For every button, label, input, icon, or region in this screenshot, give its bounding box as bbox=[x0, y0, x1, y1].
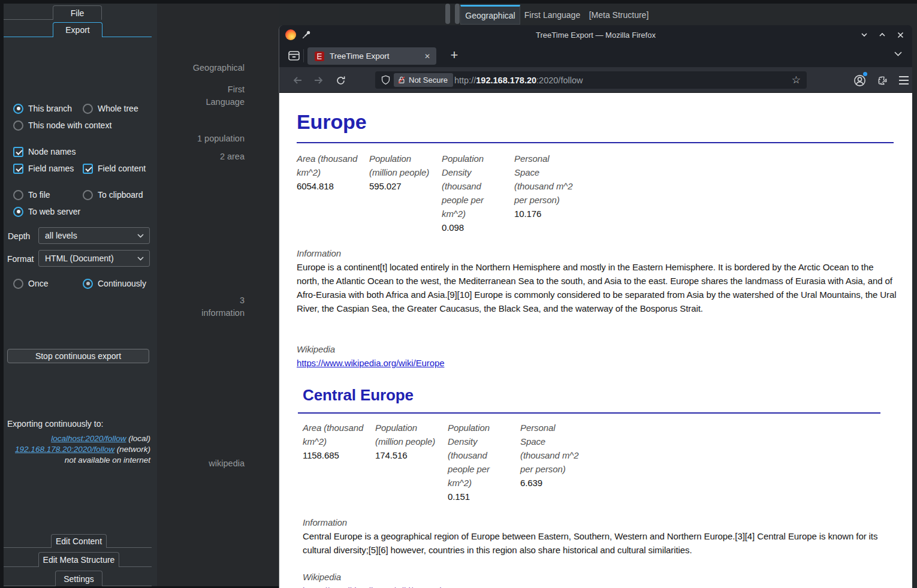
tab-close-button[interactable]: ✕ bbox=[424, 52, 430, 61]
local-follow-link[interactable]: localhost:2020/follow bbox=[51, 434, 126, 443]
page-content: Europe Area (thousand km^2) 6054.818 Pop… bbox=[279, 93, 912, 588]
splitter-grip[interactable] bbox=[445, 4, 450, 24]
radio-this-branch-label: This branch bbox=[28, 104, 72, 113]
tree-field-information-line2: information bbox=[201, 307, 245, 319]
checkbox-field-names[interactable] bbox=[13, 164, 23, 174]
not-secure-label: Not Secure bbox=[409, 76, 448, 85]
field-label: Area (thousand km^2) bbox=[297, 152, 358, 179]
tab-settings[interactable]: Settings bbox=[55, 571, 102, 586]
field-value: 0.151 bbox=[448, 490, 509, 503]
tree-tab-meta-structure[interactable]: [Meta Structure] bbox=[584, 5, 653, 25]
field-personal-space: Personal Space (thousand m^2 per person)… bbox=[514, 152, 587, 234]
radio-to-file-label: To file bbox=[28, 190, 50, 200]
edit-meta-tabline-right bbox=[119, 566, 152, 567]
chevron-down-icon bbox=[137, 257, 144, 261]
firefox-tabstrip: TreeTime Export ✕ + bbox=[279, 44, 912, 67]
tab-edit-content[interactable]: Edit Content bbox=[51, 534, 107, 548]
checkbox-field-names-label: Field names bbox=[28, 164, 74, 173]
radio-this-branch[interactable] bbox=[13, 104, 23, 114]
splitter-grip[interactable] bbox=[455, 4, 460, 24]
puzzle-icon bbox=[877, 75, 888, 86]
radio-to-file[interactable] bbox=[13, 190, 23, 200]
wikipedia-label: Wikipedia bbox=[297, 342, 912, 356]
field-label: Population Density (thousand people per … bbox=[448, 421, 509, 490]
exporting-to-label: Exporting continuously to: bbox=[7, 419, 103, 429]
radio-whole-tree[interactable] bbox=[83, 104, 93, 114]
tree-field-information: 3 information bbox=[201, 294, 245, 319]
section-rule bbox=[297, 142, 894, 143]
tab-file[interactable]: File bbox=[53, 5, 102, 20]
menu-button[interactable] bbox=[897, 73, 911, 88]
radio-to-web-server-label: To web server bbox=[28, 207, 80, 216]
field-area: Area (thousand km^2) 1158.685 bbox=[303, 421, 375, 503]
field-population-density: Population Density (thousand people per … bbox=[442, 152, 514, 234]
url-host: 192.168.178.20 bbox=[476, 76, 536, 85]
tab-settings-label: Settings bbox=[64, 574, 94, 584]
maximize-button[interactable] bbox=[876, 29, 888, 41]
section-title: Europe bbox=[297, 110, 912, 134]
radio-node-with-context[interactable] bbox=[13, 120, 23, 131]
tree-tab-first-language-label: First Language bbox=[524, 10, 580, 20]
checkbox-field-content[interactable] bbox=[83, 164, 93, 174]
tab-edit-meta-structure[interactable]: Edit Meta Structure bbox=[38, 552, 119, 567]
radio-to-clipboard-label: To clipboard bbox=[98, 190, 143, 200]
url-bar[interactable]: Not Secure http://192.168.178.20:2020/fo… bbox=[375, 71, 807, 89]
treetime-favicon bbox=[315, 52, 324, 61]
tree-node-geographical[interactable]: Geographical bbox=[193, 62, 245, 74]
tab-export[interactable]: Export bbox=[53, 22, 102, 37]
format-select[interactable]: HTML (Document) bbox=[38, 250, 150, 267]
not-secure-chip[interactable]: Not Secure bbox=[394, 73, 453, 87]
tree-field-information-line1: 3 bbox=[201, 294, 245, 307]
tree-tab-first-language[interactable]: First Language bbox=[520, 5, 584, 25]
checkbox-node-names[interactable] bbox=[13, 147, 23, 157]
firefox-titlebar[interactable]: TreeTime Export — Mozilla Firefox bbox=[279, 25, 912, 44]
bookmark-star-icon[interactable]: ☆ bbox=[792, 74, 801, 86]
fields-row: Area (thousand km^2) 1158.685 Population… bbox=[303, 421, 912, 503]
radio-to-web-server[interactable] bbox=[13, 207, 23, 217]
shield-icon[interactable] bbox=[381, 75, 391, 85]
radio-once[interactable] bbox=[13, 279, 23, 289]
account-button[interactable] bbox=[852, 73, 867, 88]
depth-label: Depth bbox=[8, 231, 30, 241]
field-label: Population Density (thousand people per … bbox=[442, 152, 503, 221]
window-edge-left bbox=[0, 0, 4, 588]
field-label: Population (million people) bbox=[375, 421, 437, 448]
close-button[interactable] bbox=[894, 29, 906, 41]
reload-button[interactable] bbox=[333, 73, 348, 88]
forward-button[interactable] bbox=[311, 73, 327, 88]
depth-select[interactable]: all levels bbox=[38, 227, 150, 244]
tab-title: TreeTime Export bbox=[330, 52, 419, 61]
stop-continuous-export-button[interactable]: Stop continuous export bbox=[7, 349, 149, 363]
section-rule bbox=[298, 412, 880, 414]
field-personal-space: Personal Space (thousand m^2 per person)… bbox=[520, 421, 593, 503]
wikipedia-link[interactable]: https://en.wikipedia.org/wiki/Central bbox=[303, 584, 441, 588]
tree-tab-geographical[interactable]: Geographical bbox=[460, 5, 520, 25]
treetime-export-panel: File Export This branch Whole tree This … bbox=[0, 0, 157, 588]
new-tab-button[interactable]: + bbox=[446, 46, 463, 64]
radio-continuously[interactable] bbox=[83, 279, 93, 289]
chevron-down-icon bbox=[137, 234, 144, 238]
export-tabline-right bbox=[102, 37, 152, 37]
export-links: localhost:2020/follow (local) 192.168.17… bbox=[7, 433, 150, 466]
field-label: Population (million people) bbox=[369, 152, 431, 179]
tree-node-first-language-line2: Language bbox=[206, 96, 245, 108]
forward-icon bbox=[313, 76, 324, 85]
minimize-icon bbox=[860, 31, 868, 39]
list-all-tabs-icon[interactable] bbox=[894, 51, 903, 57]
extensions-button[interactable] bbox=[875, 73, 889, 88]
maximize-icon bbox=[878, 31, 886, 39]
firefox-view-icon[interactable] bbox=[288, 50, 300, 62]
screen: File Export This branch Whole tree This … bbox=[0, 0, 917, 588]
network-follow-link[interactable]: 192.168.178.20:2020/follow bbox=[15, 445, 114, 454]
wikipedia-link[interactable]: https://www.wikipedia.org/wiki/Europe bbox=[297, 356, 444, 370]
back-button[interactable] bbox=[289, 73, 305, 88]
browser-tab-treetime-export[interactable]: TreeTime Export ✕ bbox=[307, 47, 436, 65]
radio-to-clipboard[interactable] bbox=[83, 190, 93, 200]
file-tabline bbox=[4, 19, 53, 20]
minimize-button[interactable] bbox=[858, 29, 870, 41]
information-label: Information bbox=[303, 515, 912, 529]
section-title: Central Europe bbox=[303, 386, 912, 405]
tree-node-first-language[interactable]: First Language bbox=[206, 83, 245, 108]
tab-file-label: File bbox=[71, 8, 85, 18]
tree-view-column: Geographical First Language 1 population… bbox=[157, 0, 279, 588]
